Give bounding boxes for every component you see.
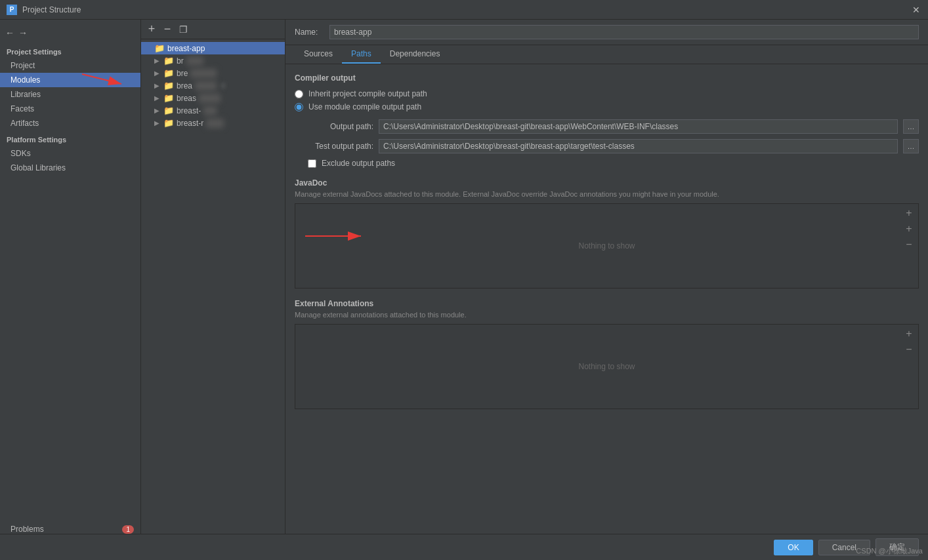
platform-settings-label: Platform Settings bbox=[0, 130, 140, 146]
javadoc-list: Nothing to show + + − bbox=[295, 203, 919, 289]
blurred-1 bbox=[186, 56, 204, 66]
tree-item-6[interactable]: ▶ 📁 breast-r bbox=[141, 117, 285, 129]
tree-item-label: breast-app bbox=[167, 44, 205, 53]
ext-remove-btn[interactable]: − bbox=[902, 343, 916, 356]
sidebar-item-modules[interactable]: Modules bbox=[0, 73, 140, 87]
compiler-output-title: Compiler output bbox=[295, 73, 919, 83]
main-container: ← → Project Settings Project Modules Lib… bbox=[0, 20, 928, 560]
javadoc-remove-btn[interactable]: − bbox=[902, 238, 916, 251]
title-bar: P Project Structure ✕ bbox=[0, 0, 928, 20]
window-controls: ✕ bbox=[911, 5, 921, 15]
tab-dependencies[interactable]: Dependencies bbox=[381, 45, 450, 64]
output-path-input[interactable] bbox=[379, 119, 898, 134]
output-path-browse[interactable]: … bbox=[903, 119, 919, 134]
sidebar-item-project[interactable]: Project bbox=[0, 58, 140, 73]
blurred-6 bbox=[206, 119, 224, 128]
inherit-radio[interactable] bbox=[295, 90, 303, 98]
use-module-radio[interactable] bbox=[295, 103, 303, 111]
use-module-radio-label: Use module compile output path bbox=[308, 102, 421, 111]
nav-toolbar: ← → bbox=[0, 23, 140, 43]
folder-icon-2: 📁 bbox=[163, 68, 174, 78]
sidebar: ← → Project Settings Project Modules Lib… bbox=[0, 20, 141, 560]
tree-item-label-6: breast-r bbox=[177, 119, 203, 128]
content-area: Compiler output Inherit project compile … bbox=[285, 64, 928, 560]
problems-badge: 1 bbox=[122, 525, 134, 534]
tree-item-label-5: breast- bbox=[177, 106, 201, 115]
blurred-2 bbox=[190, 69, 217, 78]
tree-item-1[interactable]: ▶ 📁 br bbox=[141, 54, 285, 67]
tree-item-label-3: brea bbox=[177, 81, 192, 90]
exclude-label: Exclude output paths bbox=[322, 159, 395, 168]
exclude-checkbox-row: Exclude output paths bbox=[295, 159, 919, 168]
test-path-browse[interactable]: … bbox=[903, 139, 919, 153]
folder-icon-4: 📁 bbox=[163, 93, 174, 103]
ext-annotations-title: External Annotations bbox=[295, 299, 919, 308]
ext-annotations-desc: Manage external annotations attached to … bbox=[295, 311, 919, 319]
module-tree-content: 📁 breast-app ▶ 📁 br ▶ 📁 bre ▶ 📁 bbox=[141, 39, 285, 560]
tree-item-3[interactable]: ▶ 📁 brea r bbox=[141, 79, 285, 92]
remove-module-button[interactable]: − bbox=[161, 23, 174, 36]
inherit-radio-label: Inherit project compile output path bbox=[308, 89, 427, 98]
external-annotations-section: External Annotations Manage external ann… bbox=[295, 299, 919, 409]
ext-add-btn[interactable]: + bbox=[902, 327, 916, 340]
sidebar-item-facets[interactable]: Facets bbox=[0, 102, 140, 116]
watermark: CSDN @小徐敲Java bbox=[856, 546, 923, 556]
folder-icon-3: 📁 bbox=[163, 81, 174, 90]
test-output-path-row: Test output path: … bbox=[295, 139, 919, 153]
output-path-row: Output path: … bbox=[295, 119, 919, 134]
folder-icon-6: 📁 bbox=[163, 118, 174, 128]
javadoc-add-btn[interactable]: + bbox=[902, 207, 916, 220]
tabs-bar: Sources Paths Dependencies bbox=[285, 45, 928, 64]
tree-arrow-1: ▶ bbox=[154, 57, 161, 64]
tree-item-breast-app[interactable]: 📁 breast-app bbox=[141, 42, 285, 54]
output-path-label: Output path: bbox=[308, 122, 373, 131]
javadoc-nothing: Nothing to show bbox=[578, 241, 635, 250]
back-button[interactable]: ← bbox=[5, 28, 14, 38]
name-input[interactable] bbox=[329, 25, 919, 39]
tree-arrow-2: ▶ bbox=[154, 70, 161, 77]
test-output-path-label: Test output path: bbox=[308, 142, 373, 151]
tree-item-label-1: br bbox=[177, 56, 184, 66]
radio-group: Inherit project compile output path Use … bbox=[295, 89, 919, 111]
right-panel: Name: Sources Paths Dependencies Compile… bbox=[285, 20, 928, 560]
exclude-checkbox[interactable] bbox=[308, 159, 316, 168]
inherit-radio-row[interactable]: Inherit project compile output path bbox=[295, 89, 919, 98]
tree-arrow-6: ▶ bbox=[154, 119, 161, 127]
ok-button[interactable]: OK bbox=[774, 540, 812, 555]
tree-arrow-3: ▶ bbox=[154, 82, 161, 89]
sidebar-item-sdks[interactable]: SDKs bbox=[0, 146, 140, 161]
javadoc-actions: + + − bbox=[902, 207, 916, 251]
ext-nothing: Nothing to show bbox=[578, 362, 635, 371]
folder-icon: 📁 bbox=[154, 43, 165, 53]
tab-paths[interactable]: Paths bbox=[342, 45, 381, 64]
blurred-3 bbox=[195, 81, 217, 90]
use-module-radio-row[interactable]: Use module compile output path bbox=[295, 102, 919, 111]
ext-actions: + − bbox=[902, 327, 916, 356]
tree-item-4[interactable]: ▶ 📁 breas bbox=[141, 92, 285, 104]
name-row: Name: bbox=[285, 20, 928, 45]
tree-item-5[interactable]: ▶ 📁 breast- bbox=[141, 104, 285, 117]
app-icon: P bbox=[7, 5, 17, 15]
close-button[interactable]: ✕ bbox=[911, 5, 921, 15]
javadoc-add2-btn[interactable]: + bbox=[902, 222, 916, 235]
tree-arrow-5: ▶ bbox=[154, 107, 161, 114]
footer: OK Cancel 确定 bbox=[0, 534, 928, 560]
tab-sources[interactable]: Sources bbox=[295, 45, 342, 64]
forward-button[interactable]: → bbox=[18, 28, 28, 38]
tree-arrow-4: ▶ bbox=[154, 94, 161, 102]
blurred-4 bbox=[199, 94, 221, 103]
copy-module-button[interactable]: ❐ bbox=[177, 23, 190, 36]
sidebar-item-libraries[interactable]: Libraries bbox=[0, 87, 140, 102]
test-output-path-input[interactable] bbox=[379, 139, 898, 153]
project-settings-label: Project Settings bbox=[0, 43, 140, 58]
module-tree: + − ❐ 📁 breast-app ▶ 📁 br ▶ 📁 bre bbox=[141, 20, 285, 560]
javadoc-section: JavaDoc Manage external JavaDocs attache… bbox=[295, 178, 919, 289]
window-title: Project Structure bbox=[22, 5, 911, 14]
sidebar-item-artifacts[interactable]: Artifacts bbox=[0, 116, 140, 130]
add-module-button[interactable]: + bbox=[145, 23, 158, 36]
folder-icon-5: 📁 bbox=[163, 106, 174, 115]
sidebar-item-global-libraries[interactable]: Global Libraries bbox=[0, 161, 140, 175]
javadoc-desc: Manage external JavaDocs attached to thi… bbox=[295, 190, 919, 198]
ext-annotations-list: Nothing to show + − bbox=[295, 324, 919, 409]
tree-item-2[interactable]: ▶ 📁 bre bbox=[141, 67, 285, 79]
